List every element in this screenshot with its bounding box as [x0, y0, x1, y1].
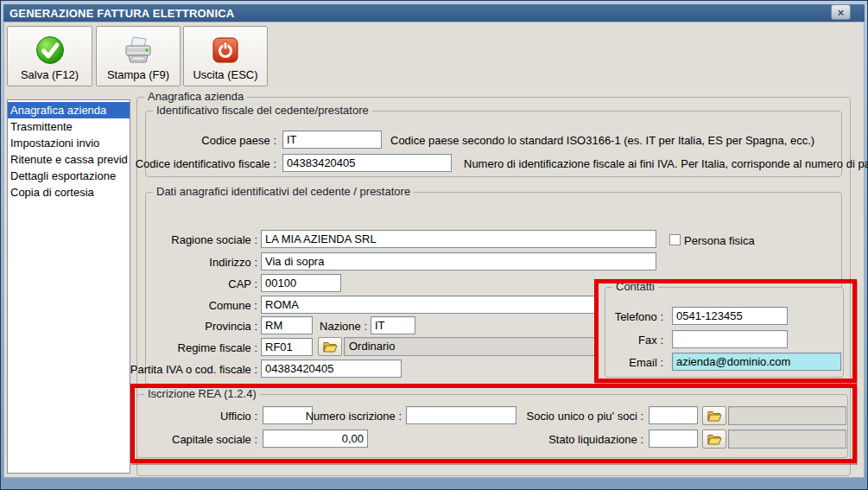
codice-paese-note: Codice paese secondo lo standard ISO3166… — [390, 134, 814, 147]
telefono-label: Telefono : — [603, 310, 663, 323]
numero-iscrizione-input[interactable] — [406, 406, 516, 424]
folder-icon — [707, 410, 722, 422]
persona-fisica-label: Persona fisica — [684, 234, 755, 247]
fax-label: Fax : — [603, 334, 663, 347]
groupbox-contatti-title: Contatti — [612, 280, 658, 293]
email-input[interactable] — [672, 353, 841, 371]
partita-iva-input[interactable] — [261, 360, 402, 378]
exit-button-label: Uscita (ESC) — [193, 68, 257, 81]
ragione-sociale-input[interactable] — [261, 230, 656, 248]
regime-fiscale-input[interactable] — [261, 338, 313, 356]
check-circle-icon — [35, 27, 65, 68]
capitale-sociale-label: Capitale sociale : — [130, 433, 257, 446]
nazione-input[interactable] — [371, 316, 415, 334]
capitale-sociale-input[interactable] — [263, 430, 368, 448]
sidebar-item-copia-cortesia[interactable]: Copia di cortesia — [8, 184, 130, 200]
cap-label: CAP : — [104, 277, 257, 290]
sidebar-item-ritenute-cassa[interactable]: Ritenute e cassa previd — [8, 151, 130, 168]
print-button[interactable]: Stampa (F9) — [96, 26, 181, 86]
socio-unico-description — [728, 406, 846, 425]
comune-label: Comune : — [104, 299, 257, 312]
socio-unico-input[interactable] — [649, 406, 698, 424]
indirizzo-input[interactable] — [261, 252, 656, 270]
stato-liquidazione-input[interactable] — [649, 430, 698, 448]
nazione-label: Nazione : — [318, 320, 367, 333]
indirizzo-label: Indirizzo : — [104, 256, 257, 269]
sidebar-item-impostazioni-invio[interactable]: Impostazioni invio — [8, 135, 130, 151]
codice-fiscale-note: Numero di identificazione fiscale ai fin… — [464, 157, 868, 170]
codice-fiscale-input[interactable] — [282, 154, 452, 172]
folder-icon — [707, 434, 722, 445]
close-icon: × — [838, 7, 845, 18]
comune-input[interactable] — [261, 296, 598, 314]
groupbox-identificativo-fiscale-title: Identificativo fiscale del cedente/prest… — [153, 104, 372, 117]
title-bar[interactable]: GENERAZIONE FATTURA ELETTRONICA — [3, 4, 865, 22]
telefono-input[interactable] — [672, 307, 788, 325]
stato-liquidazione-label: Stato liquidazione : — [510, 433, 643, 446]
socio-unico-label: Socio unico o piu' soci : — [510, 410, 643, 423]
stato-liquidazione-description — [728, 430, 846, 449]
codice-fiscale-label: Codice identificativo fiscale : — [121, 157, 276, 170]
email-label: Email : — [603, 356, 663, 369]
groupbox-iscrizione-rea-title: Iscrizione REA (1.2.4) — [144, 387, 260, 400]
stato-liquidazione-lookup-button[interactable] — [702, 430, 726, 449]
groupbox-anagrafica-azienda-title: Anagrafica azienda — [144, 90, 247, 103]
provincia-input[interactable] — [261, 316, 313, 334]
fax-input[interactable] — [672, 330, 788, 348]
printer-icon — [122, 27, 155, 68]
codice-paese-label: Codice paese : — [121, 134, 276, 147]
power-icon — [212, 27, 238, 68]
sidebar-item-anagrafica-azienda[interactable]: Anagrafica azienda — [8, 102, 130, 118]
print-button-label: Stampa (F9) — [107, 68, 169, 81]
sidebar-item-dettagli-esportazione[interactable]: Dettagli esportazione — [8, 168, 130, 184]
provincia-label: Provincia : — [104, 320, 257, 333]
codice-paese-input[interactable] — [282, 130, 382, 149]
dialog-window: GENERAZIONE FATTURA ELETTRONICA × Salva … — [0, 0, 868, 490]
window-title: GENERAZIONE FATTURA ELETTRONICA — [3, 7, 234, 20]
save-button-label: Salva (F12) — [21, 68, 79, 81]
save-button[interactable]: Salva (F12) — [7, 26, 92, 86]
folder-icon — [323, 341, 338, 353]
groupbox-dati-anagrafici-title: Dati anagrafici identificativi del ceden… — [153, 185, 414, 198]
sidebar-item-trasmittente[interactable]: Trasmittente — [8, 118, 130, 135]
close-button[interactable]: × — [831, 4, 851, 20]
cap-input[interactable] — [261, 274, 341, 292]
ragione-sociale-label: Ragione sociale : — [104, 233, 257, 246]
persona-fisica-checkbox[interactable] — [669, 234, 681, 245]
regime-fiscale-description: Ordinario — [344, 337, 598, 356]
regime-fiscale-lookup-button[interactable] — [318, 337, 342, 356]
numero-iscrizione-label: Numero iscrizione : — [301, 410, 402, 423]
exit-button[interactable]: Uscita (ESC) — [183, 26, 268, 86]
socio-unico-lookup-button[interactable] — [702, 406, 726, 425]
partita-iva-label: Partita IVA o cod. fiscale : — [104, 363, 257, 376]
ufficio-label: Ufficio : — [130, 410, 257, 423]
regime-fiscale-label: Regime fiscale : — [104, 341, 257, 354]
